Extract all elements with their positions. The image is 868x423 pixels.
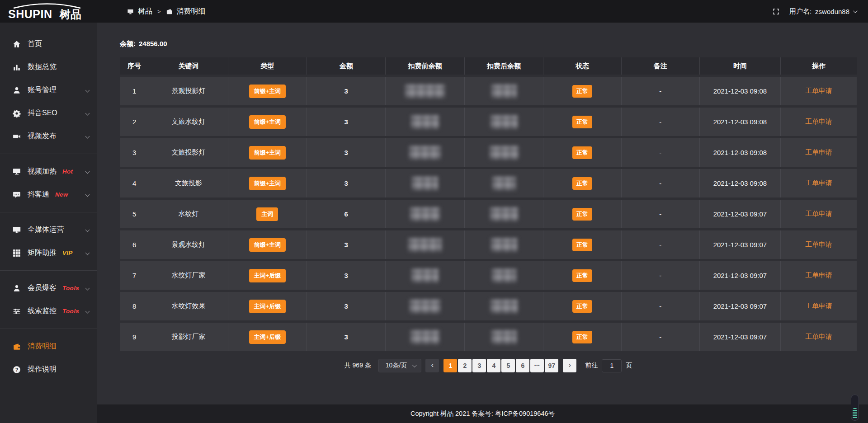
post-balance-masked [465,108,543,136]
topbar: SHUPIN 树品 树品 > 消费明细 用户名: zswodun88 [0,0,868,23]
time-cell: 2021-12-03 09:08 [700,169,781,197]
remark-cell: - [622,108,700,136]
time-cell: 2021-12-03 09:07 [700,200,781,228]
page-button-3[interactable]: 3 [472,359,486,372]
sidebar-item-home[interactable]: 首页 [0,33,97,56]
sidebar-item-account-management[interactable]: 账号管理 [0,79,97,102]
sidebar-item-badge: VIP [62,249,73,256]
type-badge: 前缀+主词 [249,85,286,98]
screen-icon [13,168,21,176]
page-button-6[interactable]: 6 [516,359,529,372]
masked-value [491,115,518,129]
amount-cell: 6 [307,200,386,228]
amount-cell: 3 [307,292,386,320]
masked-value [411,115,439,129]
column-header: 备注 [622,57,700,75]
status-cell: 正常 [543,292,622,320]
row-index: 1 [120,77,149,105]
chevron-down-icon [85,286,90,291]
sidebar-item-data-overview[interactable]: 数据总览 [0,56,97,79]
time-cell: 2021-12-03 09:08 [700,108,781,136]
page-button-97[interactable]: 97 [545,359,558,372]
pre-balance-masked [386,200,464,228]
goto-page-input[interactable] [602,359,622,372]
work-order-link[interactable]: 工单申请 [805,302,832,310]
sidebar-item-member-baoke[interactable]: 会员爆客Tools [0,277,97,300]
keyword-cell: 水纹灯厂家 [149,261,228,290]
sidebar-item-matrix-boost[interactable]: 矩阵助推VIP [0,241,97,264]
sidebar-item-consume-detail[interactable]: 消费明细 [0,335,97,358]
column-header: 扣费后余额 [465,57,543,75]
column-header: 关键词 [149,57,228,75]
prev-page-button[interactable]: ‹ [425,359,439,372]
chevron-down-icon [85,134,90,139]
total-count: 共 969 条 [344,362,371,370]
table-row: 3文旅投影灯前缀+主词3正常-2021-12-03 09:08工单申请 [120,138,857,167]
sidebar-divider [0,212,97,212]
fullscreen-icon[interactable] [773,8,779,15]
balance-label: 余额: [120,40,136,48]
type-cell: 主词 [228,200,307,228]
sidebar-item-video-publish[interactable]: 视频发布 [0,125,97,148]
gear-icon [13,109,21,118]
sidebar-item-label: 抖音SEO [28,108,57,118]
sidebar-item-media-operation[interactable]: 全媒体运营 [0,218,97,241]
sidebar-item-badge: Tools [62,285,79,291]
goto-page: 前往 页 [585,359,632,372]
chevron-down-icon [85,193,90,197]
sidebar-item-douyin-seo[interactable]: 抖音SEO [0,102,97,125]
pre-balance-masked [386,77,464,105]
masked-value [405,85,445,98]
post-balance-masked [465,200,543,228]
type-cell: 前缀+主词 [228,169,307,197]
work-order-link[interactable]: 工单申请 [805,240,832,249]
scrollbar-widget[interactable] [851,395,859,421]
sidebar-item-operation-guide[interactable]: ?操作说明 [0,358,97,381]
page-button-5[interactable]: 5 [501,359,515,372]
pre-balance-masked [386,323,464,351]
post-balance-masked [465,230,543,259]
sidebar-item-label: 账号管理 [28,85,57,95]
user-menu-trigger[interactable]: 用户名: zswodun88 [789,7,856,16]
type-badge: 主词 [256,207,278,221]
work-order-link[interactable]: 工单申请 [805,148,832,157]
page-button-4[interactable]: 4 [487,359,500,372]
row-index: 9 [120,323,149,351]
sidebar-item-clue-monitor[interactable]: 线索监控Tools [0,300,97,323]
time-cell: 2021-12-03 09:07 [700,292,781,320]
page-button-1[interactable]: 1 [443,359,457,372]
post-balance-masked [465,261,543,290]
breadcrumb-root[interactable]: 树品 [138,7,152,16]
work-order-link[interactable]: 工单申请 [805,118,832,126]
type-badge: 前缀+主词 [249,238,286,252]
keyword-cell: 水纹灯 [149,200,228,228]
remark-cell: - [622,261,700,290]
pre-balance-masked [386,108,464,136]
app-logo[interactable]: SHUPIN 树品 [0,2,97,20]
sidebar-item-video-heating[interactable]: 视频加热Hot [0,160,97,183]
sidebar-item-label: 全媒体运营 [28,225,64,235]
table-header-row: 序号关键词类型金额扣费前余额扣费后余额状态备注时间操作 [120,57,857,75]
amount-cell: 3 [307,169,386,197]
keyword-cell: 投影灯厂家 [149,323,228,351]
work-order-link[interactable]: 工单申请 [805,333,832,341]
next-page-button[interactable]: › [563,359,576,372]
work-order-link[interactable]: 工单申请 [805,87,832,95]
page-ellipsis-button[interactable]: ••• [530,359,544,372]
page-size-select[interactable]: 10条/页 [378,359,421,372]
time-cell: 2021-12-03 09:07 [700,323,781,351]
action-cell: 工单申请 [781,230,857,259]
breadcrumb-separator: > [157,8,161,15]
chevron-down-icon [85,309,90,314]
keyword-cell: 文旅水纹灯 [149,108,228,136]
page-button-2[interactable]: 2 [458,359,472,372]
masked-value [410,330,439,344]
page-buttons: 123456•••97 [443,359,559,372]
remark-cell: - [622,138,700,167]
work-order-link[interactable]: 工单申请 [805,210,832,218]
sidebar-item-douketong[interactable]: 抖客通New [0,183,97,206]
work-order-link[interactable]: 工单申请 [805,179,832,188]
work-order-link[interactable]: 工单申请 [805,271,832,280]
grid-icon [13,249,21,257]
masked-value [412,177,438,190]
